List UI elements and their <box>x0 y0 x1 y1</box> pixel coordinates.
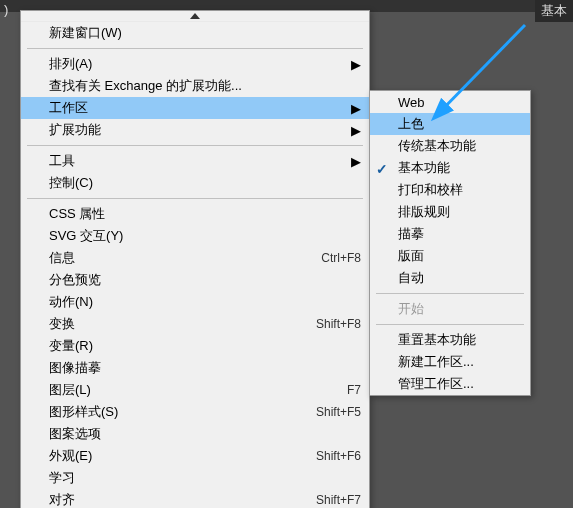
menu-separator <box>376 293 524 294</box>
menu-item-label: 新建工作区... <box>398 353 522 371</box>
menu-item-label: CSS 属性 <box>49 205 361 223</box>
menu-item-label: 新建窗口(W) <box>49 24 361 42</box>
menu-separator <box>27 145 363 146</box>
submenu-arrow-icon: ▶ <box>351 101 361 116</box>
workspace-manage[interactable]: 管理工作区... <box>370 373 530 395</box>
menu-separator <box>27 48 363 49</box>
menu-item-label: 外观(E) <box>49 447 306 465</box>
menu-item-label: 自动 <box>398 269 522 287</box>
menu-separations-preview[interactable]: 分色预览 <box>21 269 369 291</box>
workspace-typography[interactable]: 排版规则 <box>370 201 530 223</box>
menu-item-label: 变换 <box>49 315 306 333</box>
menu-item-label: 查找有关 Exchange 的扩展功能... <box>49 77 361 95</box>
menu-item-label: SVG 交互(Y) <box>49 227 361 245</box>
menu-item-label: 打印和校样 <box>398 181 522 199</box>
menu-transform[interactable]: 变换 Shift+F8 <box>21 313 369 335</box>
workspace-web[interactable]: Web <box>370 91 530 113</box>
menu-learn[interactable]: 学习 <box>21 467 369 489</box>
menu-item-label: 信息 <box>49 249 311 267</box>
menu-item-label: 管理工作区... <box>398 375 522 393</box>
menu-item-label: 排版规则 <box>398 203 522 221</box>
workspace-submenu: Web 上色 传统基本功能 ✓ 基本功能 打印和校样 排版规则 描摹 版面 自动… <box>369 90 531 396</box>
menu-appearance[interactable]: 外观(E) Shift+F6 <box>21 445 369 467</box>
menu-item-label: 控制(C) <box>49 174 361 192</box>
menu-item-label: 工作区 <box>49 99 345 117</box>
menu-item-label: 排列(A) <box>49 55 345 73</box>
menu-image-trace[interactable]: 图像描摹 <box>21 357 369 379</box>
menu-item-label: 描摹 <box>398 225 522 243</box>
submenu-arrow-icon: ▶ <box>351 154 361 169</box>
workspace-start: 开始 <box>370 298 530 320</box>
menu-separator <box>376 324 524 325</box>
checkmark-icon: ✓ <box>376 161 388 177</box>
menu-actions[interactable]: 动作(N) <box>21 291 369 313</box>
submenu-arrow-icon: ▶ <box>351 123 361 138</box>
menu-item-label: 传统基本功能 <box>398 137 522 155</box>
menu-item-label: 图形样式(S) <box>49 403 306 421</box>
workspace-new[interactable]: 新建工作区... <box>370 351 530 373</box>
workspace-layout[interactable]: 版面 <box>370 245 530 267</box>
menubar-fragment: ) <box>0 0 12 19</box>
menu-item-label: 工具 <box>49 152 345 170</box>
menu-shortcut: Shift+F6 <box>316 449 361 463</box>
menu-item-label: 扩展功能 <box>49 121 345 139</box>
menu-item-label: Web <box>398 95 522 110</box>
menu-control[interactable]: 控制(C) <box>21 172 369 194</box>
menu-extensions[interactable]: 扩展功能 ▶ <box>21 119 369 141</box>
menu-tools[interactable]: 工具 ▶ <box>21 150 369 172</box>
workspace-print-proof[interactable]: 打印和校样 <box>370 179 530 201</box>
menu-item-label: 变量(R) <box>49 337 361 355</box>
menu-item-label: 图层(L) <box>49 381 337 399</box>
workspace-painting[interactable]: 上色 <box>370 113 530 135</box>
menu-item-label: 上色 <box>398 115 522 133</box>
menu-arrange[interactable]: 排列(A) ▶ <box>21 53 369 75</box>
menu-item-label: 图像描摹 <box>49 359 361 377</box>
menu-item-label: 重置基本功能 <box>398 331 522 349</box>
menu-layers[interactable]: 图层(L) F7 <box>21 379 369 401</box>
menu-shortcut: F7 <box>347 383 361 397</box>
menu-shortcut: Shift+F5 <box>316 405 361 419</box>
menu-svg-interactivity[interactable]: SVG 交互(Y) <box>21 225 369 247</box>
workspace-label: 基本 <box>535 0 573 22</box>
menu-variables[interactable]: 变量(R) <box>21 335 369 357</box>
workspace-automation[interactable]: 自动 <box>370 267 530 289</box>
menu-item-label: 对齐 <box>49 491 306 508</box>
menu-new-window[interactable]: 新建窗口(W) <box>21 22 369 44</box>
submenu-arrow-icon: ▶ <box>351 57 361 72</box>
workspace-essentials-classic[interactable]: 传统基本功能 <box>370 135 530 157</box>
menu-shortcut: Ctrl+F8 <box>321 251 361 265</box>
menu-item-label: 基本功能 <box>398 159 522 177</box>
menu-align[interactable]: 对齐 Shift+F7 <box>21 489 369 508</box>
menu-find-exchange[interactable]: 查找有关 Exchange 的扩展功能... <box>21 75 369 97</box>
menu-shortcut: Shift+F8 <box>316 317 361 331</box>
menu-separator <box>27 198 363 199</box>
menu-workspace[interactable]: 工作区 ▶ <box>21 97 369 119</box>
menu-item-label: 开始 <box>398 300 522 318</box>
menu-item-label: 动作(N) <box>49 293 361 311</box>
menu-graphic-styles[interactable]: 图形样式(S) Shift+F5 <box>21 401 369 423</box>
menu-css-properties[interactable]: CSS 属性 <box>21 203 369 225</box>
svg-marker-0 <box>190 13 200 19</box>
chevron-up-icon <box>190 13 200 19</box>
menu-item-label: 图案选项 <box>49 425 361 443</box>
menu-info[interactable]: 信息 Ctrl+F8 <box>21 247 369 269</box>
menu-pattern-options[interactable]: 图案选项 <box>21 423 369 445</box>
window-menu: 新建窗口(W) 排列(A) ▶ 查找有关 Exchange 的扩展功能... 工… <box>20 10 370 508</box>
menu-shortcut: Shift+F7 <box>316 493 361 507</box>
workspace-essentials[interactable]: ✓ 基本功能 <box>370 157 530 179</box>
menu-item-label: 版面 <box>398 247 522 265</box>
workspace-tracing[interactable]: 描摹 <box>370 223 530 245</box>
menu-scroll-up[interactable] <box>21 11 369 22</box>
menu-item-label: 分色预览 <box>49 271 361 289</box>
workspace-reset[interactable]: 重置基本功能 <box>370 329 530 351</box>
menu-item-label: 学习 <box>49 469 361 487</box>
